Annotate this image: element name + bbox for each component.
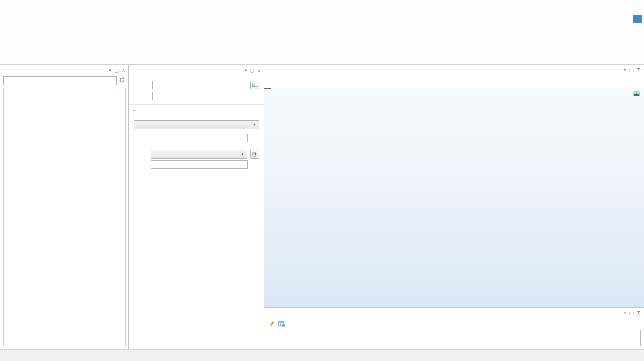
comsol-window: ▾ ▢ ⊼ ▾ ▢ ⊼ [0, 0, 644, 361]
messages-panel: ▾ ▢ ⊼ [264, 307, 644, 349]
model-builder-panel: ▾ ▢ ⊼ [0, 65, 129, 349]
show-report-icon[interactable] [278, 321, 285, 328]
help-button[interactable] [633, 15, 642, 23]
graphics-panel: ▾ ▢ ⊼ [264, 65, 644, 307]
graphics-column: ▾ ▢ ⊼ [264, 65, 644, 349]
status-bar [0, 349, 644, 361]
absolute-pressure-equation [134, 143, 259, 146]
messages-tabs: ▾ ▢ ⊼ [264, 308, 644, 319]
chevron-down-icon: ▼ [253, 123, 256, 127]
messages-toolbar [264, 319, 644, 330]
messages-output[interactable] [268, 330, 641, 346]
compressibility-select[interactable]: ▼ [134, 120, 259, 129]
panel-controls: ▾ ▢ ⊼ [624, 67, 640, 73]
panel-pin-icon[interactable]: ⊼ [122, 68, 125, 73]
go-to-source-button[interactable] [250, 150, 259, 159]
panel-float-icon[interactable]: ▢ [629, 67, 634, 73]
physical-model-body: ▼ [129, 116, 264, 173]
maximize-button[interactable] [607, 0, 625, 13]
graphics-tabs: ▾ ▢ ⊼ [264, 65, 644, 76]
minimize-button[interactable] [588, 0, 607, 13]
graphics-toolbar [264, 76, 644, 88]
panel-float-icon[interactable]: ▢ [115, 68, 119, 73]
name-field[interactable] [152, 92, 247, 100]
panel-pin-icon[interactable]: ⊼ [637, 67, 640, 73]
settings-panel: ▾ ▢ ⊼ [129, 65, 264, 349]
panel-menu-icon[interactable]: ▾ [245, 68, 247, 73]
window-controls [588, 0, 644, 13]
panel-menu-icon[interactable]: ▾ [624, 67, 626, 73]
panel-float-icon[interactable]: ▢ [629, 311, 634, 316]
ribbon [0, 25, 644, 65]
panel-menu-icon[interactable]: ▾ [624, 311, 626, 316]
titlebar [0, 0, 644, 13]
panel-controls: ▾ ▢ ⊼ [624, 311, 640, 316]
panel-float-icon[interactable]: ▢ [250, 68, 254, 73]
chevron-down-icon: › [132, 110, 137, 111]
ribbon-tab-bar [0, 13, 644, 25]
panel-pin-icon[interactable]: ⊼ [257, 68, 261, 73]
tref-input[interactable] [151, 160, 248, 169]
axis-triad [264, 88, 301, 122]
chevron-down-icon: ▼ [241, 152, 244, 156]
tref-select[interactable]: ▼ [151, 150, 247, 159]
panel-menu-icon[interactable]: ▾ [109, 68, 111, 73]
model-tree [3, 88, 126, 346]
label-field[interactable] [152, 81, 247, 89]
panel-controls: ▾ ▢ ⊼ [245, 68, 261, 73]
clear-messages-icon[interactable] [269, 321, 275, 328]
panel-controls: ▾ ▢ ⊼ [109, 68, 125, 73]
rename-button[interactable] [250, 81, 259, 89]
plot-window-icon[interactable] [633, 91, 640, 98]
streamline-3d-scene [272, 108, 595, 289]
refresh-icon[interactable] [119, 77, 125, 84]
panel-pin-icon[interactable]: ⊼ [637, 311, 640, 316]
main-area: ▾ ▢ ⊼ ▾ ▢ ⊼ [0, 65, 644, 349]
tree-filter-input[interactable] [3, 76, 117, 85]
pref-input[interactable] [151, 134, 248, 142]
close-button[interactable] [625, 0, 644, 13]
graphics-canvas[interactable] [264, 88, 644, 307]
section-physical-model[interactable]: › [129, 104, 264, 116]
